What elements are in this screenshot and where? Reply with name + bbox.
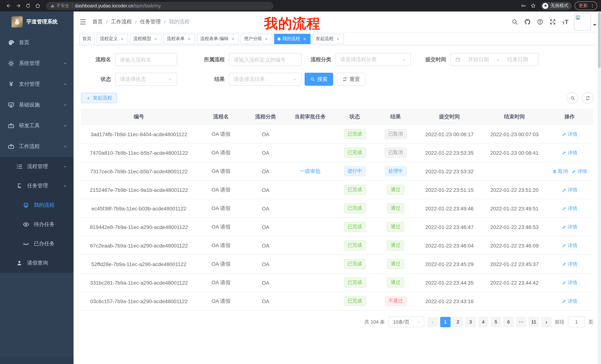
goto-page-input[interactable] [568,316,585,327]
page-button[interactable]: 5 [491,317,501,327]
scrollbar-thumb[interactable] [598,12,601,68]
avatar[interactable] [574,13,591,30]
detail-link[interactable]: 详情 [562,205,577,212]
star-button[interactable] [528,1,538,10]
sidebar-item-payment-management[interactable]: ¥支付管理 [0,74,74,95]
sidebar-item-done-tasks[interactable]: 已办任务 [0,234,74,253]
tab-process-form-edit[interactable]: 流程表单-编辑× [197,34,239,44]
page-button[interactable]: 3 [465,317,476,327]
sidebar-item-workflow[interactable]: 工作流程 [0,136,74,157]
close-icon[interactable]: × [302,36,307,41]
pager: ‹123456···11› [428,317,551,327]
refresh-table-button[interactable] [582,92,593,104]
prev-page-button[interactable]: ‹ [428,317,438,327]
incognito-icon [542,3,548,9]
sidebar-item-leave-query[interactable]: 请假查询 [0,253,74,273]
sidebar-item-process-management[interactable]: 流程管理 [0,157,74,176]
status-badge: 已完成 [344,240,366,250]
address-bar[interactable]: 不安全 dashboard.yudao.iocoder.cn/bpm/task/… [46,2,273,10]
cancel-link[interactable]: 取消 [552,168,568,175]
tab-label: 我的流程 [282,36,300,42]
avatar-caret-icon[interactable] [593,24,597,28]
start-process-button[interactable]: ＋ 发起流程 [81,93,117,103]
tab-my-process[interactable]: 我的流程× [274,34,311,44]
detail-link[interactable]: 详情 [562,224,577,230]
more-pages-button[interactable]: ··· [516,317,526,327]
close-icon[interactable]: × [264,36,269,41]
sidebar-collapse-bar[interactable] [0,357,74,364]
update-button[interactable]: 更新 [575,1,597,10]
sidebar-item-infrastructure[interactable]: 基础设施 [0,95,74,115]
breadcrumb-item[interactable]: 首页 [92,19,103,25]
submit-time-range-picker[interactable]: 开始日期 - 结束日期 [450,53,539,66]
status-select[interactable]: 请选择状态 [115,73,177,86]
sidebar-item-dev-tools[interactable]: 研发工具 [0,115,74,136]
page-button[interactable]: 4 [478,317,489,327]
page-button[interactable]: 1 [440,317,451,327]
sidebar-item-task-management[interactable]: 任务管理 [0,176,74,196]
detail-link[interactable]: 详情 [562,261,577,267]
forward-button[interactable] [13,1,23,10]
fullscreen-button[interactable] [547,16,558,28]
detail-link[interactable]: 详情 [562,298,577,305]
sidebar-item-home[interactable]: 首页 [0,32,74,53]
back-button[interactable] [4,1,13,10]
close-icon[interactable]: × [335,36,341,41]
current-task-link[interactable]: 一级审批 [300,168,321,174]
search-button[interactable]: 搜索 [305,73,333,86]
detail-link[interactable]: 详情 [562,186,577,193]
page-button[interactable]: 2 [453,317,463,327]
close-icon[interactable]: × [120,36,125,41]
toggle-search-button[interactable] [567,92,578,104]
font-size-button[interactable]: TT [560,16,571,28]
close-icon[interactable]: × [186,36,192,41]
sidebar-item-todo-tasks[interactable]: 待办任务 [0,215,74,234]
tab-user-group[interactable]: 用户分组× [241,34,272,44]
home-icon [35,3,40,9]
process-name-input[interactable] [115,53,177,66]
cell-status: 已完成 [334,203,375,213]
detail-link[interactable]: 详情 [562,242,577,249]
app-logo[interactable]: 芋道管理系统 [0,11,74,32]
tab-start-process[interactable]: 发起流程× [312,34,344,44]
github-button[interactable] [522,16,533,28]
owner-process-input[interactable] [229,53,302,66]
detail-link[interactable]: 详情 [562,279,577,286]
reload-button[interactable] [23,1,33,10]
tab-home[interactable]: 首页 [79,34,95,44]
key-button[interactable] [519,1,528,10]
detail-link[interactable]: 详情 [562,131,577,137]
page-button[interactable]: 6 [503,317,514,327]
hamburger-icon[interactable] [79,18,87,26]
detail-link[interactable]: 详情 [562,149,577,156]
result-badge: 已取消 [385,148,407,158]
breadcrumb-item[interactable]: 工作流程 [111,19,132,25]
page-size-select[interactable]: 10条/页 [388,316,424,327]
tab-process-model[interactable]: 流程模型× [130,34,161,44]
close-icon[interactable]: × [153,36,158,41]
cell-process-name: OA 请假 [197,205,245,212]
sidebar-item-my-process[interactable]: 我的流程 [0,196,74,215]
result-badge: 已取消 [385,129,407,139]
close-icon[interactable]: × [230,36,235,41]
reset-button[interactable]: 重置 [337,73,366,86]
next-page-button[interactable]: › [541,317,551,327]
process-category-select[interactable]: 请选择流程分类 [335,53,411,66]
flow-icon [16,182,23,189]
result-select[interactable]: 请选择流结果 [229,73,302,86]
detail-link[interactable]: 详情 [571,168,587,175]
tab-process-form[interactable]: 流程表单× [163,34,195,44]
tab-process-definition[interactable]: 流程定义× [97,34,128,44]
action-label: 取消 [558,168,568,175]
table-row: 7317cec6-7b9b-11ec-b5b7-acde48001122OA 请… [81,162,593,181]
breadcrumb-item[interactable]: 任务管理 [140,19,161,25]
home-button[interactable] [33,1,42,10]
security-chip[interactable]: 不安全 [50,3,69,9]
search-button[interactable] [509,16,521,28]
page-button[interactable]: 11 [529,317,539,327]
kebab-menu-icon[interactable] [590,3,595,8]
sidebar-item-system-management[interactable]: 系统管理 [0,53,74,74]
page-scrollbar[interactable] [598,11,601,364]
question-button[interactable] [534,16,546,28]
refresh-icon [342,77,347,82]
